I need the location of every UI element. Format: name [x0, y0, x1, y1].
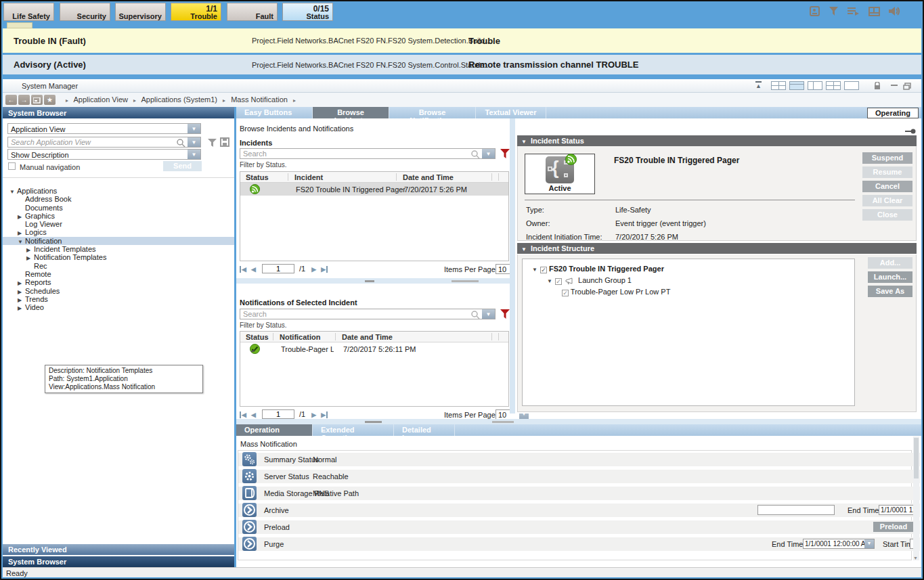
- archive-end-time-input[interactable]: 1/1/0001 12:0: [879, 505, 915, 515]
- chevron-down-icon[interactable]: ▼: [188, 150, 200, 159]
- checkbox-checked[interactable]: ✓: [540, 267, 547, 273]
- notifications-search[interactable]: ▼: [240, 309, 496, 319]
- suspend-button[interactable]: Suspend: [862, 152, 912, 164]
- event-row-trouble[interactable]: Trouble IN (Fault) Project.Field Network…: [3, 28, 921, 53]
- status-filter-icon[interactable]: [500, 309, 510, 319]
- column-incident[interactable]: Incident: [294, 173, 323, 181]
- layout-left-icon[interactable]: [808, 81, 822, 90]
- layout-grid-icon[interactable]: [826, 81, 841, 90]
- tab-extended-operation[interactable]: Extended Operation: [313, 424, 394, 436]
- notifications-table-header[interactable]: Status Notification Date and Time: [240, 332, 508, 342]
- preload-button[interactable]: Preload: [873, 522, 914, 532]
- incident-status-header[interactable]: ▼Incident Status: [517, 135, 917, 146]
- prev-page-icon[interactable]: ◀: [251, 411, 256, 418]
- tree-item-remote[interactable]: Remote: [3, 270, 234, 278]
- tree-expanded-icon[interactable]: ▼: [547, 278, 552, 284]
- sidebar-search[interactable]: ▼: [7, 137, 201, 148]
- fault-button[interactable]: Fault: [227, 3, 278, 21]
- tree-item-graphics[interactable]: ▶Graphics: [3, 212, 234, 220]
- tree-item-recipients[interactable]: Rec: [3, 262, 234, 270]
- tab-easy-buttons[interactable]: Easy Buttons: [236, 107, 313, 118]
- column-notification[interactable]: Notification: [280, 333, 321, 341]
- incident-structure-header[interactable]: ▼Incident Structure: [517, 243, 917, 254]
- property-row[interactable]: Media Storage Relative Path MNS: [238, 487, 920, 500]
- breadcrumb-mass-notification[interactable]: Mass Notification: [231, 95, 288, 104]
- event-filter-icon[interactable]: [829, 6, 839, 16]
- layout-quad-icon[interactable]: [771, 81, 786, 90]
- send-button[interactable]: Send: [163, 161, 202, 171]
- column-datetime[interactable]: Date and Time: [403, 173, 454, 181]
- property-row-preload[interactable]: Preload Preload: [238, 520, 920, 534]
- pin-icon[interactable]: [905, 127, 916, 135]
- back-button[interactable]: ←: [5, 95, 17, 105]
- column-status[interactable]: Status: [246, 173, 269, 181]
- save-filter-icon[interactable]: [220, 137, 229, 147]
- structure-launch-group[interactable]: ▼✓ Launch Group 1: [547, 276, 854, 285]
- collapse-icon[interactable]: ▼: [521, 139, 527, 145]
- status-filter-icon[interactable]: [500, 149, 510, 159]
- tab-browse-notifications[interactable]: Browse Notifications: [389, 107, 476, 118]
- cancel-button[interactable]: Cancel: [862, 181, 912, 192]
- next-page-icon[interactable]: ▶: [311, 411, 316, 418]
- notification-row[interactable]: Trouble-Pager Low Pr 7/20/2017 5:26:11 P…: [240, 342, 508, 355]
- lock-icon[interactable]: [874, 81, 881, 90]
- archive-value-input[interactable]: [757, 505, 835, 515]
- column-datetime[interactable]: Date and Time: [342, 333, 393, 341]
- property-row[interactable]: Summary Status Normal: [238, 453, 920, 466]
- tree-item-schedules[interactable]: ▶Schedules: [3, 287, 234, 295]
- scroll-down-icon[interactable]: ▼: [913, 556, 918, 560]
- first-page-icon[interactable]: ◀: [240, 411, 246, 418]
- system-browser-bar[interactable]: System Browser: [3, 556, 234, 567]
- system-browser-header[interactable]: System Browser: [3, 107, 234, 118]
- forward-button[interactable]: →: [18, 95, 30, 105]
- chevron-down-icon[interactable]: ▼: [188, 124, 200, 133]
- layout-blank-icon[interactable]: [844, 81, 859, 90]
- history-button[interactable]: [31, 95, 43, 105]
- last-page-icon[interactable]: ▶: [321, 411, 328, 418]
- chevron-down-icon[interactable]: ▼: [482, 309, 495, 319]
- tree-item-reports[interactable]: ▶Reports: [3, 278, 234, 286]
- tab-operation[interactable]: Operation: [236, 424, 313, 436]
- purge-end-time-select[interactable]: 1/1/0001 12:00:00 AM ▼: [803, 539, 875, 549]
- tree-item-video[interactable]: ▶Video: [3, 303, 234, 311]
- launch-button[interactable]: Launch...: [868, 271, 912, 283]
- prev-page-icon[interactable]: ◀: [251, 266, 256, 273]
- tree-item-address-book[interactable]: Address Book: [3, 195, 234, 203]
- tree-item-incident-templates[interactable]: ▶Incident Templates: [3, 245, 234, 253]
- chevron-down-icon[interactable]: ▼: [864, 539, 874, 549]
- property-row-purge[interactable]: Purge End Time 1/1/0001 12:00:00 AM ▼ St…: [238, 537, 920, 551]
- notifications-search-input[interactable]: [240, 309, 495, 319]
- status-button[interactable]: 0/15 Status: [282, 3, 333, 21]
- close-button[interactable]: Close: [862, 209, 912, 221]
- filter-icon[interactable]: [208, 138, 217, 148]
- tree-item-logics[interactable]: ▶Logics: [3, 228, 234, 236]
- scrollbar-thumb[interactable]: [914, 438, 919, 478]
- page-number-input[interactable]: [263, 265, 294, 273]
- checkbox-checked[interactable]: ✓: [562, 290, 569, 296]
- speaker-icon[interactable]: [889, 6, 901, 16]
- tree-item-notification-templates[interactable]: ▶Notification Templates: [3, 253, 234, 261]
- view-selector[interactable]: Application View ▼: [7, 123, 201, 134]
- incidents-table-header[interactable]: Status Incident Date and Time: [240, 172, 508, 183]
- recently-viewed-bar[interactable]: Recently Viewed: [3, 544, 234, 555]
- structure-root[interactable]: ▼✓ FS20 Trouble IN Triggered Pager: [532, 265, 854, 273]
- property-row-archive[interactable]: Archive End Time 1/1/0001 12:0 |,: [238, 504, 920, 517]
- minimize-icon[interactable]: [891, 85, 898, 86]
- life-safety-button[interactable]: Life Safety: [3, 3, 54, 21]
- tree-expanded-icon[interactable]: ▼: [532, 267, 537, 273]
- structure-notification-item[interactable]: ✓ Trouble-Pager Low Pr Low PT: [562, 288, 854, 296]
- property-row[interactable]: Server Status Reachable: [238, 470, 920, 483]
- incidents-search-input[interactable]: [240, 149, 495, 158]
- save-as-button[interactable]: Save As: [868, 286, 912, 297]
- next-page-icon[interactable]: ▶: [311, 266, 316, 273]
- security-button[interactable]: Security: [60, 3, 110, 21]
- horizontal-splitter[interactable]: [236, 278, 510, 284]
- tree-item-trends[interactable]: ▶Trends: [3, 295, 234, 303]
- horizontal-splitter[interactable]: [236, 419, 921, 424]
- add-button[interactable]: Add...: [868, 257, 912, 269]
- chevron-down-icon[interactable]: ▼: [188, 137, 200, 147]
- restore-icon[interactable]: [903, 81, 911, 90]
- resume-button[interactable]: Resume: [862, 166, 912, 178]
- favorites-button[interactable]: ★: [44, 95, 56, 105]
- supervisory-button[interactable]: Supervisory: [115, 3, 166, 21]
